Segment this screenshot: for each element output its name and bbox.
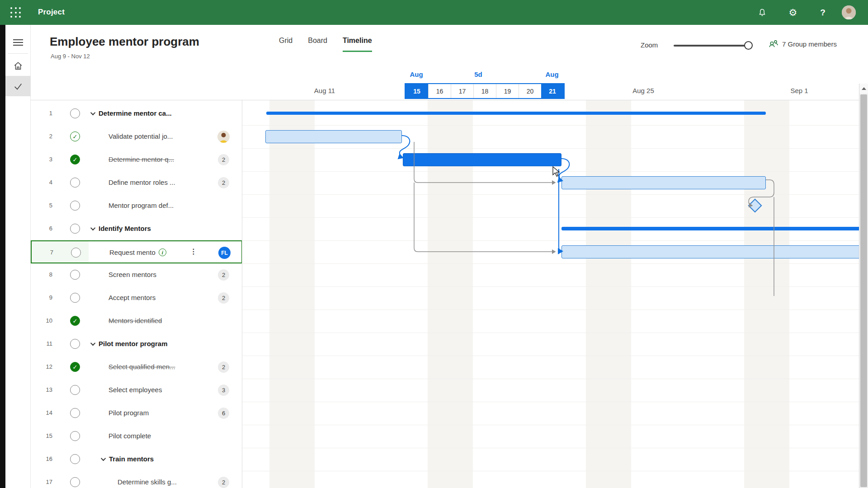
task-name[interactable]: Determine mentor q... — [108, 155, 174, 163]
scroll-up-icon[interactable] — [859, 84, 868, 94]
task-name[interactable]: Mentor program def... — [108, 202, 174, 209]
task-complete-circle[interactable] — [70, 385, 80, 395]
day-cell-17[interactable]: 17 — [451, 84, 473, 98]
task-number: 1 — [40, 110, 52, 117]
task-completed-check[interactable]: ✓ — [70, 155, 80, 164]
task-name-text: Pilot complete — [108, 432, 151, 440]
task-row[interactable]: 3✓Determine mentor q...2 — [31, 148, 242, 171]
task-complete-circle[interactable] — [71, 248, 81, 258]
task-name[interactable]: Pilot complete — [108, 432, 151, 440]
tab-board[interactable]: Board — [308, 37, 327, 52]
task-name[interactable]: Mentors identified — [108, 317, 162, 324]
task-complete-circle[interactable] — [70, 477, 80, 487]
home-icon[interactable] — [5, 56, 31, 76]
day-cell-15[interactable]: 15 — [406, 84, 428, 98]
chevron-down-icon[interactable] — [90, 225, 95, 230]
task-row[interactable]: 17Determine skills g...2 — [31, 471, 242, 488]
day-cell-19[interactable]: 19 — [496, 84, 519, 98]
info-icon[interactable]: i — [159, 249, 166, 256]
task-row[interactable]: 4Define mentor roles ...2 — [31, 171, 242, 194]
task-number: 5 — [40, 202, 52, 209]
day-cell-16[interactable]: 16 — [428, 84, 451, 98]
task-row[interactable]: 2✓Validate potential jo... — [31, 125, 242, 148]
tab-grid[interactable]: Grid — [279, 37, 292, 52]
task-complete-circle[interactable] — [70, 293, 80, 303]
task-complete-circle[interactable] — [70, 454, 80, 464]
task-complete-circle[interactable] — [70, 224, 80, 234]
subtask-count-badge: 3 — [218, 385, 229, 396]
task-name[interactable]: Validate potential jo... — [108, 132, 173, 140]
task-row[interactable]: 13Select employees3 — [31, 379, 242, 402]
task-row[interactable]: 12✓Select qualified men...2 — [31, 356, 242, 379]
mouse-cursor — [552, 166, 561, 177]
bell-icon[interactable] — [756, 6, 769, 19]
task-row[interactable]: 6Identify Mentors — [31, 217, 242, 240]
user-avatar[interactable] — [842, 5, 856, 19]
task-name[interactable]: Select employees — [108, 386, 162, 394]
vertical-scrollbar[interactable] — [859, 84, 868, 488]
gear-icon[interactable]: ⚙ — [787, 6, 799, 19]
view-tabs: GridBoardTimeline — [279, 37, 372, 52]
task-complete-circle[interactable] — [70, 108, 80, 118]
day-cell-21[interactable]: 21 — [541, 84, 564, 98]
assignee-avatar[interactable] — [217, 131, 230, 143]
task-name-text: Mentors identified — [108, 317, 162, 324]
task-name[interactable]: Select qualified men... — [108, 363, 175, 371]
day-cell-18[interactable]: 18 — [473, 84, 496, 98]
zoom-slider-knob[interactable] — [744, 41, 753, 50]
tab-timeline[interactable]: Timeline — [343, 37, 372, 52]
task-name[interactable]: Pilot program — [108, 409, 149, 417]
more-options-icon[interactable]: ⋮ — [190, 247, 197, 258]
task-name[interactable]: Request mentoi — [109, 249, 166, 256]
task-row[interactable]: 9Accept mentors2 — [31, 286, 242, 310]
task-row[interactable]: 11Pilot mentor program — [31, 333, 242, 356]
task-name[interactable]: Screen mentors — [108, 271, 156, 278]
week-label: Aug 11 — [314, 87, 335, 94]
task-completed-check[interactable]: ✓ — [70, 362, 80, 372]
group-members-label: 7 Group members — [782, 40, 837, 48]
group-members-button[interactable]: 7 Group members — [769, 40, 837, 48]
check-icon[interactable] — [5, 76, 31, 96]
task-row[interactable]: 14Pilot program6 — [31, 402, 242, 425]
range-month-start-label: Aug — [410, 70, 423, 78]
task-row[interactable]: 7Request mentoi⋮FL — [31, 240, 242, 263]
task-name[interactable]: Determine skills g... — [118, 478, 177, 486]
task-row[interactable]: 5Mentor program def... — [31, 194, 242, 217]
hamburger-icon[interactable] — [5, 32, 31, 53]
task-complete-circle[interactable] — [70, 408, 80, 418]
task-name[interactable]: Train mentors — [102, 455, 154, 463]
app-launcher-icon[interactable] — [10, 7, 22, 19]
task-complete-circle[interactable] — [70, 201, 80, 211]
task-complete-circle[interactable] — [70, 270, 80, 280]
task-number: 8 — [40, 271, 52, 278]
chevron-down-icon[interactable] — [101, 455, 106, 460]
task-row[interactable]: 1Determine mentor ca... — [31, 102, 242, 125]
range-month-end-label: Aug — [545, 70, 558, 78]
task-completed-check[interactable]: ✓ — [70, 316, 80, 326]
chevron-down-icon[interactable] — [90, 110, 95, 115]
zoom-slider-track[interactable] — [674, 45, 748, 47]
task-name[interactable]: Identify Mentors — [92, 225, 151, 232]
selected-date-range[interactable]: 15161718192021 — [405, 83, 565, 99]
task-name[interactable]: Define mentor roles ... — [108, 178, 175, 186]
task-name-text: Define mentor roles ... — [108, 178, 175, 186]
task-row[interactable]: 16Train mentors — [31, 448, 242, 471]
subtask-count-badge: 2 — [218, 177, 229, 188]
scrollbar-thumb[interactable] — [860, 94, 867, 487]
task-completed-check[interactable]: ✓ — [70, 131, 80, 141]
task-row[interactable]: 8Screen mentors2 — [31, 263, 242, 286]
assignee-avatar[interactable]: FL — [218, 247, 231, 259]
dependency-links — [242, 100, 868, 488]
chevron-down-icon[interactable] — [90, 340, 95, 345]
task-name[interactable]: Accept mentors — [108, 294, 156, 301]
task-name[interactable]: Determine mentor ca... — [92, 109, 172, 117]
task-complete-circle[interactable] — [70, 431, 80, 441]
task-complete-circle[interactable] — [70, 178, 80, 188]
task-name-text: Select employees — [108, 386, 162, 394]
task-complete-circle[interactable] — [70, 339, 80, 349]
help-icon[interactable]: ? — [816, 6, 829, 19]
task-name[interactable]: Pilot mentor program — [92, 340, 168, 347]
task-row[interactable]: 15Pilot complete — [31, 425, 242, 448]
task-row[interactable]: 10✓Mentors identified — [31, 310, 242, 333]
day-cell-20[interactable]: 20 — [519, 84, 541, 98]
